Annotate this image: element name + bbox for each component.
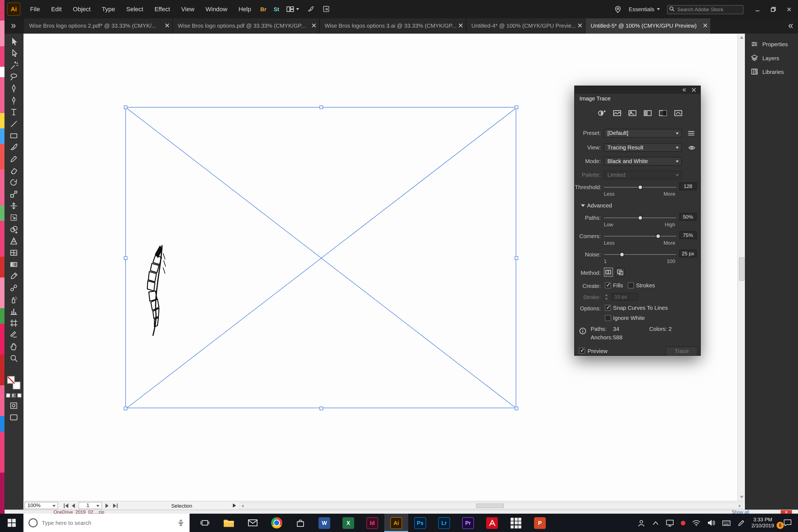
taskbar-indesign[interactable]: Id [360,514,384,532]
tab-overflow-icon[interactable] [10,23,16,29]
paths-value-field[interactable]: 50% [679,213,697,221]
close-panel-icon[interactable] [691,88,696,92]
tab-close-icon[interactable] [459,23,463,27]
minimize-icon[interactable] [755,6,760,12]
menu-help[interactable]: Help [233,0,257,18]
taskbar-excel[interactable]: X [336,514,360,532]
draw-mode-button[interactable] [5,400,23,411]
bridge-button[interactable]: Br [260,6,267,12]
perspective-grid-tool[interactable] [5,235,23,247]
menu-type[interactable]: Type [96,0,120,18]
taskbar-illustrator-active[interactable]: Ai [384,514,408,532]
mode-dropdown[interactable]: Black and White [604,157,682,166]
taskbar-word[interactable]: W [312,514,336,532]
selection-handle[interactable] [320,106,323,109]
chevron-up-icon[interactable] [652,520,659,525]
trace-button[interactable]: Trace [666,346,698,356]
selection-handle[interactable] [124,256,127,260]
noise-slider-thumb[interactable] [620,252,624,257]
show-all-downloads-link[interactable]: Show all [732,510,749,514]
monitor-icon[interactable] [665,519,674,527]
preset-outline-button[interactable] [673,109,684,118]
hand-tool[interactable] [5,340,23,352]
adobe-stock-search-input[interactable] [667,5,743,14]
download-file-button[interactable]: OneDrive_2019_02....zip [54,510,104,514]
paintbrush-shortcut-icon[interactable] [306,5,315,14]
taskbar-chrome[interactable] [264,514,288,532]
preset-high-color-button[interactable] [612,109,623,118]
paths-slider[interactable] [604,216,676,220]
free-transform-tool[interactable] [5,211,23,223]
paintbrush-tool[interactable] [5,141,23,153]
menu-select[interactable]: Select [121,0,149,18]
pen-icon[interactable] [737,519,745,527]
none-mode-button[interactable] [17,394,21,398]
tab-close-icon[interactable] [578,23,582,27]
view-dropdown[interactable]: Tracing Result [604,143,682,152]
lasso-tool[interactable] [5,71,23,83]
strokes-checkbox[interactable] [628,282,634,288]
menu-effect[interactable]: Effect [149,0,176,18]
pencil-tool[interactable] [5,153,23,165]
workspace-switcher-button[interactable] [286,5,299,14]
artboard-tool[interactable] [5,317,23,329]
tab-close-icon[interactable] [165,23,169,27]
eyedropper-tool[interactable] [5,270,23,282]
last-artboard-icon[interactable] [112,503,118,509]
scroll-down-icon[interactable] [739,495,744,499]
stock-button[interactable]: St [274,6,279,12]
taskbar-clock[interactable]: 3:33 PM 2/10/2019 [752,517,774,529]
scale-tool[interactable] [5,188,23,200]
taskbar-grid-app[interactable] [504,514,528,532]
location-pin-icon[interactable] [614,5,622,14]
taskbar-search-input[interactable] [42,520,177,526]
scroll-left-icon[interactable] [241,504,244,508]
noise-value-field[interactable]: 25 px [679,250,697,257]
column-graph-tool[interactable] [5,305,23,317]
corners-value-field[interactable]: 75% [679,231,697,239]
taskbar-photoshop[interactable]: Ps [408,514,432,532]
snap-curves-checkbox[interactable] [605,305,611,311]
taskbar-file-explorer[interactable] [216,514,241,532]
gradient-tool[interactable] [5,258,23,270]
preset-low-color-button[interactable] [627,109,638,118]
mesh-tool[interactable] [5,247,23,258]
selection-handle[interactable] [124,106,127,109]
zoom-tool[interactable] [5,352,23,364]
collapse-panel-icon[interactable] [682,88,687,92]
menu-view[interactable]: View [176,0,200,18]
close-downloads-bar-icon[interactable]: ✕ [781,510,792,514]
tab-close-icon[interactable] [703,23,707,27]
taskbar-premiere[interactable]: Pr [456,514,480,532]
document-tab-active[interactable]: Untitled-5* @ 100% (CMYK/GPU Preview) [586,18,711,34]
paths-slider-thumb[interactable] [638,216,643,220]
preset-black-white-button[interactable] [657,109,668,118]
type-tool[interactable] [5,106,23,118]
preset-menu-icon[interactable] [688,131,695,136]
menu-file[interactable]: File [24,0,45,18]
volume-icon[interactable] [707,519,715,526]
eye-icon[interactable] [688,145,696,151]
curvature-tool[interactable] [5,94,23,106]
taskbar-search[interactable] [23,514,190,532]
red-status-dot[interactable] [681,520,685,525]
selection-handle[interactable] [515,106,518,109]
menu-object[interactable]: Object [67,0,96,18]
microphone-icon[interactable] [177,519,185,527]
panel-tab-layers[interactable]: Layers [745,51,798,64]
selection-handle[interactable] [515,407,518,410]
rectangle-tool[interactable] [5,130,23,141]
workspace-selector[interactable]: Essentials [629,6,660,12]
status-expand-icon[interactable] [232,503,236,508]
color-mode-button[interactable] [6,394,10,398]
zoom-level-dropdown[interactable]: 100% [24,502,58,509]
screen-mode-button[interactable] [5,411,23,423]
vertical-scroll-thumb[interactable] [739,257,744,281]
threshold-value-field[interactable]: 128 [679,183,697,190]
document-tab[interactable]: Wise Bros logo options.pdf @ 33.33% (CMY… [173,18,319,34]
wifi-icon[interactable] [692,519,701,526]
action-center-button[interactable]: 6 [781,516,794,529]
taskbar-mail[interactable] [241,514,265,532]
menu-window[interactable]: Window [200,0,233,18]
slice-tool[interactable] [5,329,23,340]
